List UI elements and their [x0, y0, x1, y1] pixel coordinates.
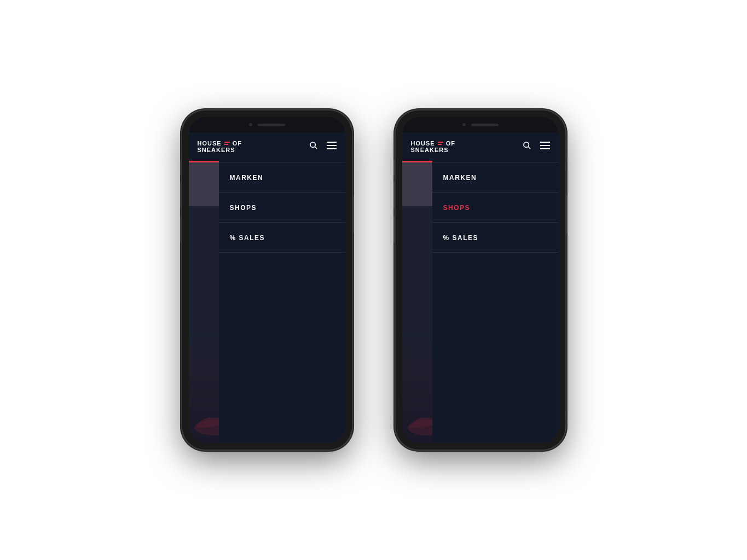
- logo-house-text-right: HOUSE: [411, 140, 435, 147]
- menu-label-sales-right: % SALES: [443, 234, 479, 242]
- menu-label-sales-left: % SALES: [230, 234, 265, 242]
- volume-up-button-right: [393, 182, 396, 209]
- header-icons-left: [309, 141, 337, 152]
- menu-item-marken-left[interactable]: MARKEN: [219, 162, 345, 192]
- menu-overlay-right: ALL SNEAKERS MARKEN SHOPS % SALES: [402, 132, 559, 443]
- menu-label-shops-right: SHOPS: [443, 204, 471, 212]
- volume-up-button: [180, 182, 182, 209]
- svg-line-1: [315, 147, 317, 149]
- svg-line-10: [528, 147, 530, 149]
- logo-left: HOUSE OF SNEAKERS: [198, 140, 242, 153]
- menu-overlay-left: ALL SNEAKERS MARKEN SHOPS % SALES: [189, 132, 345, 443]
- page-wrapper: HOUSE OF SNEAKERS: [0, 0, 747, 560]
- menu-item-marken-right[interactable]: MARKEN: [432, 162, 559, 192]
- camera-icon: [249, 123, 252, 126]
- menu-panel-right: ALL SNEAKERS MARKEN SHOPS % SALES: [432, 132, 559, 443]
- volume-down-button-right: [393, 215, 396, 243]
- top-bezel-right: [402, 117, 559, 132]
- app-header-right: HOUSE OF SNEAKERS: [402, 132, 559, 161]
- speaker-bar: [258, 124, 285, 126]
- logo-of-text-right: OF: [446, 140, 455, 147]
- logo-line2-right: SNEAKERS: [411, 147, 455, 153]
- search-icon-right[interactable]: [523, 141, 531, 152]
- menu-item-sales-right[interactable]: % SALES: [432, 223, 559, 253]
- volume-down-button: [180, 215, 182, 243]
- top-bezel-left: [189, 117, 345, 132]
- header-icons-right: [523, 141, 550, 152]
- logo-line2: SNEAKERS: [198, 147, 242, 153]
- app-header-left: HOUSE OF SNEAKERS: [189, 132, 345, 161]
- logo-line1: HOUSE OF: [198, 140, 242, 147]
- search-icon[interactable]: [309, 141, 318, 152]
- svg-point-9: [524, 142, 529, 147]
- menu-item-shops-right[interactable]: SHOPS: [432, 192, 559, 223]
- gray-accent-right: [402, 162, 432, 206]
- menu-label-marken-left: MARKEN: [230, 174, 264, 182]
- power-button: [352, 195, 354, 234]
- menu-item-shops-left[interactable]: SHOPS: [219, 192, 345, 223]
- phone-screen-left: HOUSE OF SNEAKERS: [189, 117, 345, 443]
- svg-point-0: [310, 142, 315, 147]
- camera-icon-right: [462, 123, 466, 126]
- logo-house-text: HOUSE: [198, 140, 222, 147]
- power-button-right: [565, 195, 568, 234]
- logo-right: HOUSE OF SNEAKERS: [411, 140, 455, 153]
- app-content-right: HOUSE OF SNEAKERS: [402, 132, 559, 443]
- phone-right: HOUSE OF SNEAKERS: [396, 110, 565, 450]
- mute-button: [180, 160, 182, 175]
- mute-button-right: [393, 160, 396, 175]
- menu-label-shops-left: SHOPS: [230, 204, 257, 212]
- menu-item-sales-left[interactable]: % SALES: [219, 223, 345, 253]
- app-content-left: HOUSE OF SNEAKERS: [189, 132, 345, 443]
- hamburger-menu-icon[interactable]: [327, 142, 337, 151]
- menu-label-marken-right: MARKEN: [443, 174, 477, 182]
- phone-left: HOUSE OF SNEAKERS: [182, 110, 352, 450]
- logo-of-text: OF: [233, 140, 242, 147]
- hamburger-menu-icon-right[interactable]: [540, 142, 550, 151]
- phone-screen-right: HOUSE OF SNEAKERS: [402, 117, 559, 443]
- speaker-bar-right: [471, 124, 499, 126]
- logo-lines-icon-right: [438, 142, 443, 145]
- logo-lines-icon: [224, 142, 230, 145]
- gray-accent-left: [189, 162, 219, 206]
- logo-line1-right: HOUSE OF: [411, 140, 455, 147]
- menu-panel-left: ALL SNEAKERS MARKEN SHOPS % SALES: [219, 132, 345, 443]
